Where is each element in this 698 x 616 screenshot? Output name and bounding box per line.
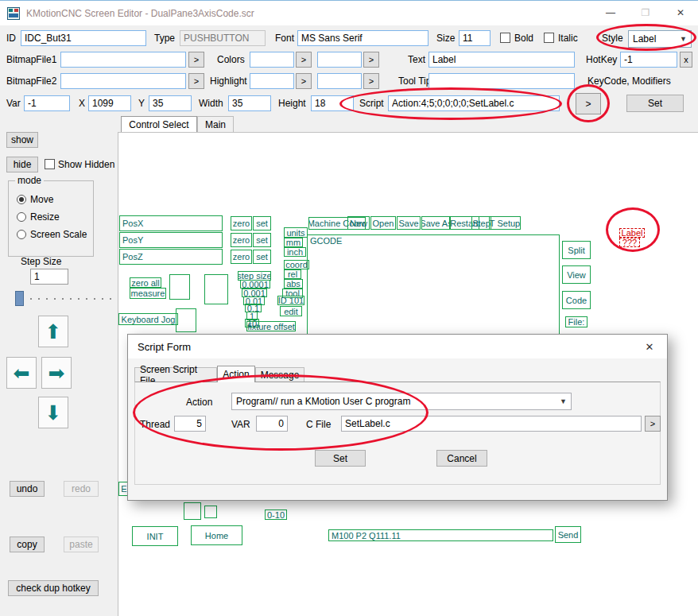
tab-main[interactable]: Main — [197, 116, 234, 132]
bitmapfile2-input[interactable] — [60, 73, 186, 89]
colors-browse-button-2[interactable]: > — [363, 52, 379, 68]
canvas-control-inch[interactable]: inch — [284, 247, 306, 257]
canvas-control-edit[interactable]: edit — [280, 306, 302, 316]
mode-radio-resize[interactable]: Resize — [17, 211, 60, 223]
canvas-control-box[interactable] — [204, 274, 228, 304]
canvas-control-label[interactable]: Label — [619, 228, 645, 238]
canvas-control-box[interactable] — [176, 308, 196, 332]
canvas-control-file[interactable]: File: — [565, 316, 587, 327]
var-input[interactable] — [24, 95, 70, 111]
dialog-tab-message[interactable]: Message — [255, 367, 304, 382]
slider-thumb[interactable] — [15, 291, 24, 306]
cfile-input[interactable] — [341, 416, 642, 432]
bitmapfile2-browse-button[interactable]: > — [188, 73, 204, 89]
canvas-control-set[interactable]: set — [253, 250, 271, 264]
set-button[interactable]: Set — [626, 95, 684, 112]
canvas-control-zero-all[interactable]: zero all — [130, 277, 161, 288]
canvas-control-id-101[interactable]: ID 101 — [277, 296, 304, 305]
canvas-control-posz[interactable]: PosZ — [119, 249, 223, 265]
hotkey-clear-button[interactable]: x — [680, 52, 692, 68]
dialog-set-button[interactable]: Set — [315, 450, 366, 467]
height-input[interactable] — [311, 95, 354, 111]
canvas-control-t-setup[interactable]: T Setup — [489, 216, 521, 230]
jog-up-button[interactable]: ⬆ — [38, 316, 68, 347]
width-input[interactable] — [228, 95, 271, 111]
show-hidden-checkbox[interactable] — [45, 159, 55, 169]
canvas-control-send[interactable]: Send — [555, 526, 581, 543]
colors-browse-button-1[interactable]: > — [296, 52, 312, 68]
canvas-control-units[interactable]: units — [284, 227, 308, 238]
action-dropdown[interactable]: Program// run a KMotion User C program ▼ — [231, 393, 572, 410]
canvas-control-abs[interactable]: abs — [284, 279, 303, 289]
dialog-close-button[interactable]: ✕ — [632, 335, 667, 358]
y-input[interactable] — [149, 95, 192, 111]
jog-down-button[interactable]: ⬇ — [38, 397, 68, 428]
dialog-var-input[interactable] — [256, 416, 288, 432]
cfile-browse-button[interactable]: > — [645, 416, 661, 432]
canvas-control-coord[interactable]: coord — [284, 260, 309, 269]
script-browse-button[interactable]: > — [576, 93, 601, 114]
bold-checkbox[interactable] — [500, 33, 510, 43]
canvas-control-0-10[interactable]: 0-10 — [265, 509, 287, 520]
canvas-control-save[interactable]: Save — [397, 216, 421, 230]
canvas-control-m100-p2-q111-11[interactable]: M100 P2 Q111.11 — [328, 529, 553, 541]
canvas-control-zero[interactable]: zero — [231, 233, 252, 247]
canvas-control-mm[interactable]: mm — [284, 238, 303, 247]
canvas-control-box[interactable] — [204, 506, 217, 518]
jog-right-button[interactable]: ➡ — [41, 357, 72, 389]
step-size-slider[interactable] — [5, 289, 114, 308]
highlight-input-1[interactable] — [250, 73, 294, 89]
canvas-control-split[interactable]: Split — [562, 241, 591, 259]
canvas-control-box[interactable] — [184, 502, 201, 520]
canvas-control-save-as[interactable]: Save As — [421, 216, 451, 230]
step-size-input[interactable] — [30, 269, 68, 285]
canvas-control-posy[interactable]: PosY — [119, 232, 223, 248]
bitmapfile1-input[interactable] — [60, 52, 186, 68]
highlight-browse-button-2[interactable]: > — [363, 73, 379, 89]
script-input[interactable] — [388, 95, 560, 111]
tooltip-input[interactable] — [428, 73, 575, 89]
canvas-control-box[interactable] — [169, 274, 190, 300]
size-input[interactable] — [459, 30, 491, 46]
font-input[interactable] — [297, 30, 428, 46]
undo-button[interactable]: undo — [10, 481, 45, 497]
canvas-control-home[interactable]: Home — [191, 525, 242, 545]
mode-radio-move[interactable]: Move — [17, 194, 53, 205]
jog-left-button[interactable]: ⬅ — [6, 357, 37, 389]
hide-button[interactable]: hide — [6, 157, 38, 172]
canvas-control-fixture-offset[interactable]: fixture offset — [246, 321, 296, 331]
hotkey-input[interactable] — [620, 52, 677, 68]
canvas-control-view[interactable]: View — [562, 265, 591, 284]
canvas-control-init[interactable]: INIT — [132, 526, 178, 546]
x-input[interactable] — [88, 95, 131, 111]
canvas-control-zero[interactable]: zero — [231, 250, 252, 264]
canvas-control-new[interactable]: New — [347, 216, 370, 230]
dialog-tab-action[interactable]: Action — [217, 366, 255, 382]
bitmapfile1-browse-button[interactable]: > — [188, 52, 204, 68]
canvas-control-zero[interactable]: zero — [231, 216, 252, 231]
copy-button[interactable]: copy — [10, 537, 45, 552]
minimize-button[interactable]: — — [593, 1, 628, 25]
canvas-control-posx[interactable]: PosX — [119, 215, 223, 231]
tab-control-select[interactable]: Control Select — [121, 116, 197, 132]
mode-radio-screen-scale[interactable]: Screen Scale — [17, 229, 87, 240]
id-input[interactable] — [21, 30, 146, 46]
canvas-control-keyboard-jog[interactable]: Keyboard Jog — [118, 313, 178, 325]
canvas-control-open[interactable]: Open — [370, 216, 396, 230]
colors-input-1[interactable] — [250, 52, 294, 68]
canvas-control-measure[interactable]: measure — [130, 288, 166, 299]
canvas-control-set[interactable]: set — [253, 216, 271, 231]
check-dup-hotkey-button[interactable]: check dup hotkey — [8, 580, 99, 596]
colors-input-2[interactable] — [317, 52, 362, 68]
highlight-browse-button-1[interactable]: > — [296, 73, 312, 89]
canvas-control-code[interactable]: Code — [562, 291, 591, 309]
highlight-input-2[interactable] — [317, 73, 362, 89]
canvas-control-set[interactable]: set — [253, 233, 271, 247]
close-button[interactable]: ✕ — [663, 1, 698, 25]
canvas-control-0-0001[interactable]: 0.0001 — [240, 280, 270, 289]
show-button[interactable]: show — [6, 132, 38, 148]
thread-input[interactable] — [174, 416, 206, 432]
text-input[interactable] — [428, 52, 575, 68]
italic-checkbox[interactable] — [544, 33, 554, 43]
canvas-control-[interactable]: ??? — [619, 238, 640, 247]
